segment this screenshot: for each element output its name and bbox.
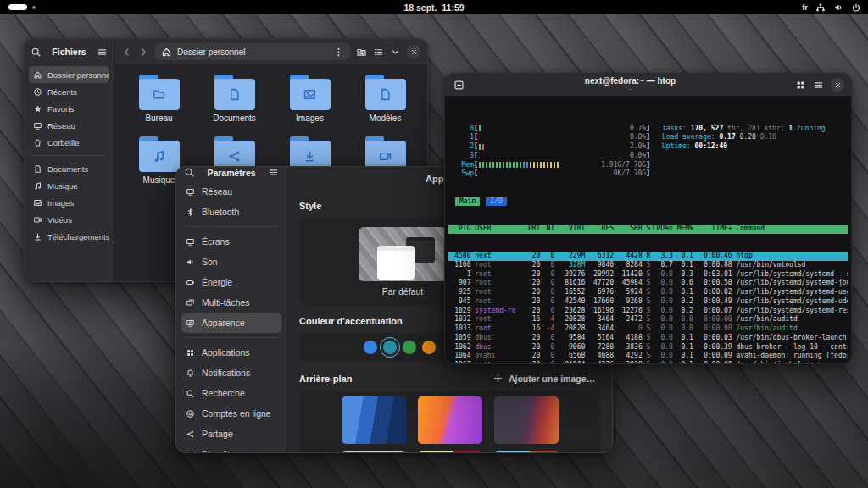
sidebar-item-images[interactable]: Images: [29, 194, 109, 211]
settings-item-notifications[interactable]: Notifications: [181, 363, 281, 383]
keyboard-layout-indicator[interactable]: fr: [802, 3, 808, 12]
column-header-cpu[interactable]: CPU%▽: [650, 225, 672, 234]
wallpaper-thumbnail-orange-purple[interactable]: [418, 396, 482, 444]
process-row-1033[interactable]: 1033root16-42082834640S0.00.00:00.00/usr…: [448, 324, 848, 334]
folder-images[interactable]: Images: [272, 75, 348, 136]
process-row-1059[interactable]: 1059dbus200958451644188S0.00.10:00.03/us…: [448, 334, 848, 343]
sidebar-item-t-l-chargements[interactable]: Téléchargements: [29, 228, 109, 245]
accent-color-blue[interactable]: [364, 341, 377, 354]
menu-icon[interactable]: [268, 167, 279, 178]
cell-virt: 39276: [554, 270, 585, 280]
close-button[interactable]: [407, 45, 420, 58]
column-header-ni[interactable]: NI: [540, 225, 554, 234]
folder-mod-les[interactable]: Modèles: [348, 75, 423, 136]
sidebar-item-corbeille[interactable]: Corbeille: [29, 134, 109, 151]
settings-item--nergie[interactable]: Énergie: [181, 272, 281, 292]
sidebar-item-musique[interactable]: Musique: [29, 177, 109, 194]
process-row-1029[interactable]: 1029systemd-re200236281619612276S0.00.20…: [448, 307, 848, 316]
wallpaper-thumbnail-blue[interactable]: [342, 396, 406, 444]
info-segment: running: [797, 125, 826, 132]
menu-icon[interactable]: [813, 80, 824, 91]
tab-overview-icon[interactable]: [795, 80, 806, 91]
volume-icon[interactable]: [833, 3, 843, 13]
column-header-user[interactable]: USER: [470, 225, 524, 234]
htop-tab-main[interactable]: Main: [455, 197, 480, 207]
settings-item-son[interactable]: Son: [181, 252, 281, 272]
process-row-1067[interactable]: 1067root2008100442763928S0.00.10:00.09/u…: [448, 361, 848, 364]
process-row-1062[interactable]: 1062dbus200906072803836S0.00.10:00.39dbu…: [448, 343, 848, 352]
search-icon[interactable]: [184, 167, 195, 178]
settings-item-apparence[interactable]: Apparence: [181, 313, 281, 333]
sidebar-item-dossier-personnel[interactable]: Dossier personnel: [29, 66, 109, 83]
process-row-945[interactable]: 945root20042540176609268S0.00.20:00.49/u…: [448, 297, 848, 307]
column-header-shr[interactable]: SHR: [614, 225, 643, 234]
wallpaper-thumbnail-green-red[interactable]: [418, 451, 482, 452]
process-row-4580[interactable]: 4580next200229M63124428R3.30.10:00.46hto…: [448, 252, 848, 261]
column-header-mem[interactable]: MEM%: [673, 225, 693, 234]
add-image-button[interactable]: Ajouter une image…: [487, 372, 600, 385]
settings-item-bien-tre[interactable]: Bien-être: [181, 444, 281, 452]
process-row-1[interactable]: 1root200392762099211420S0.00.30:03.01/us…: [448, 270, 848, 280]
network-icon[interactable]: [815, 3, 826, 13]
clock[interactable]: 18 sept. 11:59: [0, 3, 868, 13]
sidebar-item-label: Notifications: [202, 368, 250, 378]
settings-item-bluetooth[interactable]: Bluetooth: [181, 202, 281, 222]
settings-item-multi-t-ches[interactable]: Multi-tâches: [181, 292, 281, 313]
cell-shr: 8284: [614, 261, 643, 270]
search-folder-icon[interactable]: [356, 47, 367, 58]
settings-item-r-seau[interactable]: Réseau: [181, 181, 281, 202]
path-bar[interactable]: Dossier personnel: [155, 43, 350, 60]
folder-documents[interactable]: Documents: [197, 75, 272, 136]
column-header-s[interactable]: S: [643, 225, 651, 234]
forward-icon[interactable]: [138, 47, 149, 58]
cell-mem: 0.3: [673, 270, 693, 280]
process-row-1064[interactable]: 1064avahi200656846884292S0.00.10:00.09av…: [448, 352, 848, 361]
column-header-pri[interactable]: PRI: [524, 225, 540, 234]
kebab-menu-icon[interactable]: [333, 47, 344, 58]
column-header-command[interactable]: Command: [732, 225, 848, 234]
column-header-virt[interactable]: VIRT: [554, 225, 585, 234]
folder-bureau[interactable]: Bureau: [121, 75, 197, 136]
chevron-down-icon[interactable]: [390, 47, 401, 58]
settings-item-partage[interactable]: Partage: [181, 424, 281, 444]
sidebar-item-documents[interactable]: Documents: [29, 160, 109, 177]
settings-item-applications[interactable]: Applications: [181, 342, 281, 363]
menu-icon[interactable]: [97, 47, 108, 58]
process-row-925[interactable]: 925root2001655269765924S0.00.10:00.02/us…: [448, 288, 848, 297]
column-header-pid[interactable]: PID: [448, 225, 470, 234]
back-icon[interactable]: [121, 47, 132, 58]
process-row-1032[interactable]: 1032root16-42082834642472S0.00.00:00.00/…: [448, 315, 848, 324]
process-row-1100[interactable]: 1100root200328M98408284S0.70.10:00.88/us…: [448, 261, 848, 270]
new-tab-icon[interactable]: [452, 78, 465, 92]
sidebar-item-favoris[interactable]: Favoris: [29, 100, 109, 117]
style-option-default[interactable]: Par défaut: [359, 227, 447, 297]
accent-color-orange[interactable]: [422, 341, 436, 354]
close-button[interactable]: [831, 78, 844, 92]
search-icon: [186, 389, 195, 398]
settings-item--crans[interactable]: Écrans: [181, 231, 281, 252]
wallpaper-thumbnail-blue-red[interactable]: [494, 451, 559, 452]
accent-color-teal[interactable]: [383, 341, 397, 354]
sidebar-item-r-cents[interactable]: Récents: [29, 83, 109, 100]
column-header-time[interactable]: TIME+: [693, 225, 732, 234]
settings-item-comptes-en-ligne[interactable]: Comptes en ligne: [181, 403, 281, 424]
bracket: [: [474, 169, 478, 179]
view-toggle-button[interactable]: [373, 47, 401, 58]
sidebar-item-r-seau[interactable]: Réseau: [29, 117, 109, 134]
htop-tab-io[interactable]: I/O: [486, 197, 506, 207]
htop-table-header[interactable]: PIDUSERPRINIVIRTRESSHRSCPU%▽MEM%TIME+Com…: [448, 225, 848, 234]
list-view-icon[interactable]: [373, 47, 384, 58]
folder-icon: [139, 136, 180, 172]
accent-color-green[interactable]: [403, 341, 416, 354]
process-row-907[interactable]: 907root200816164772045984S0.00.60:00.50/…: [448, 279, 848, 288]
sidebar-item-vid-os[interactable]: Vidéos: [29, 211, 109, 228]
power-icon[interactable]: [851, 3, 861, 13]
column-header-res[interactable]: RES: [585, 225, 614, 234]
wallpaper-thumbnail-dark-red[interactable]: [494, 396, 559, 444]
wallpaper-thumbnail-gray[interactable]: [342, 451, 406, 452]
folder-icon: [214, 75, 255, 110]
settings-item-recherche[interactable]: Recherche: [181, 383, 281, 403]
system-tray[interactable]: fr: [802, 0, 861, 14]
search-icon[interactable]: [31, 47, 42, 58]
cell-mem: 0.1: [673, 261, 693, 270]
